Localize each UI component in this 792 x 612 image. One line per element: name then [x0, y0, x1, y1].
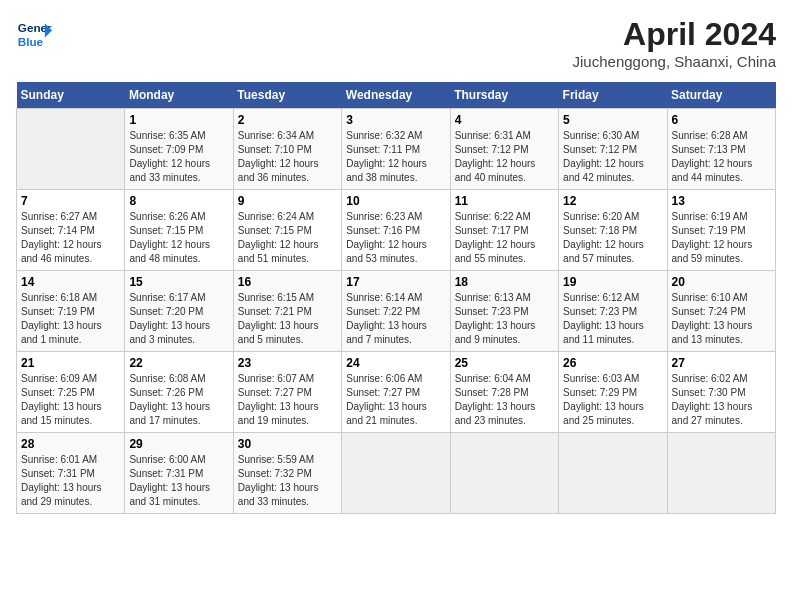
day-number: 28	[21, 437, 120, 451]
day-info: Sunrise: 6:00 AMSunset: 7:31 PMDaylight:…	[129, 453, 228, 509]
logo: General Blue	[16, 16, 52, 52]
column-header-tuesday: Tuesday	[233, 82, 341, 109]
calendar-cell	[342, 433, 450, 514]
day-info: Sunrise: 6:35 AMSunset: 7:09 PMDaylight:…	[129, 129, 228, 185]
day-info: Sunrise: 6:26 AMSunset: 7:15 PMDaylight:…	[129, 210, 228, 266]
day-number: 27	[672, 356, 771, 370]
calendar-cell: 17Sunrise: 6:14 AMSunset: 7:22 PMDayligh…	[342, 271, 450, 352]
calendar-cell: 14Sunrise: 6:18 AMSunset: 7:19 PMDayligh…	[17, 271, 125, 352]
day-info: Sunrise: 6:22 AMSunset: 7:17 PMDaylight:…	[455, 210, 554, 266]
day-number: 8	[129, 194, 228, 208]
svg-text:Blue: Blue	[18, 35, 44, 48]
day-info: Sunrise: 6:10 AMSunset: 7:24 PMDaylight:…	[672, 291, 771, 347]
calendar-cell: 5Sunrise: 6:30 AMSunset: 7:12 PMDaylight…	[559, 109, 667, 190]
calendar-cell: 15Sunrise: 6:17 AMSunset: 7:20 PMDayligh…	[125, 271, 233, 352]
day-info: Sunrise: 6:19 AMSunset: 7:19 PMDaylight:…	[672, 210, 771, 266]
day-number: 9	[238, 194, 337, 208]
calendar-cell: 22Sunrise: 6:08 AMSunset: 7:26 PMDayligh…	[125, 352, 233, 433]
day-info: Sunrise: 6:24 AMSunset: 7:15 PMDaylight:…	[238, 210, 337, 266]
calendar-cell: 21Sunrise: 6:09 AMSunset: 7:25 PMDayligh…	[17, 352, 125, 433]
main-title: April 2024	[573, 16, 776, 53]
calendar-cell: 9Sunrise: 6:24 AMSunset: 7:15 PMDaylight…	[233, 190, 341, 271]
calendar-cell: 10Sunrise: 6:23 AMSunset: 7:16 PMDayligh…	[342, 190, 450, 271]
column-header-thursday: Thursday	[450, 82, 558, 109]
day-number: 19	[563, 275, 662, 289]
day-number: 20	[672, 275, 771, 289]
calendar-cell: 27Sunrise: 6:02 AMSunset: 7:30 PMDayligh…	[667, 352, 775, 433]
day-number: 21	[21, 356, 120, 370]
day-number: 11	[455, 194, 554, 208]
day-number: 1	[129, 113, 228, 127]
day-number: 23	[238, 356, 337, 370]
calendar-cell: 2Sunrise: 6:34 AMSunset: 7:10 PMDaylight…	[233, 109, 341, 190]
day-number: 13	[672, 194, 771, 208]
calendar-cell: 25Sunrise: 6:04 AMSunset: 7:28 PMDayligh…	[450, 352, 558, 433]
calendar-cell: 28Sunrise: 6:01 AMSunset: 7:31 PMDayligh…	[17, 433, 125, 514]
title-block: April 2024 Jiuchenggong, Shaanxi, China	[573, 16, 776, 70]
calendar-cell	[559, 433, 667, 514]
day-info: Sunrise: 6:09 AMSunset: 7:25 PMDaylight:…	[21, 372, 120, 428]
day-info: Sunrise: 6:08 AMSunset: 7:26 PMDaylight:…	[129, 372, 228, 428]
day-number: 6	[672, 113, 771, 127]
calendar-cell: 26Sunrise: 6:03 AMSunset: 7:29 PMDayligh…	[559, 352, 667, 433]
calendar-cell: 4Sunrise: 6:31 AMSunset: 7:12 PMDaylight…	[450, 109, 558, 190]
day-info: Sunrise: 5:59 AMSunset: 7:32 PMDaylight:…	[238, 453, 337, 509]
day-info: Sunrise: 6:20 AMSunset: 7:18 PMDaylight:…	[563, 210, 662, 266]
calendar-cell	[667, 433, 775, 514]
day-info: Sunrise: 6:14 AMSunset: 7:22 PMDaylight:…	[346, 291, 445, 347]
day-number: 4	[455, 113, 554, 127]
day-info: Sunrise: 6:04 AMSunset: 7:28 PMDaylight:…	[455, 372, 554, 428]
week-row-4: 21Sunrise: 6:09 AMSunset: 7:25 PMDayligh…	[17, 352, 776, 433]
calendar-cell: 8Sunrise: 6:26 AMSunset: 7:15 PMDaylight…	[125, 190, 233, 271]
column-header-wednesday: Wednesday	[342, 82, 450, 109]
day-info: Sunrise: 6:13 AMSunset: 7:23 PMDaylight:…	[455, 291, 554, 347]
week-row-2: 7Sunrise: 6:27 AMSunset: 7:14 PMDaylight…	[17, 190, 776, 271]
day-info: Sunrise: 6:18 AMSunset: 7:19 PMDaylight:…	[21, 291, 120, 347]
column-header-saturday: Saturday	[667, 82, 775, 109]
calendar-cell: 19Sunrise: 6:12 AMSunset: 7:23 PMDayligh…	[559, 271, 667, 352]
calendar-cell: 11Sunrise: 6:22 AMSunset: 7:17 PMDayligh…	[450, 190, 558, 271]
day-info: Sunrise: 6:03 AMSunset: 7:29 PMDaylight:…	[563, 372, 662, 428]
calendar-cell: 3Sunrise: 6:32 AMSunset: 7:11 PMDaylight…	[342, 109, 450, 190]
calendar-cell: 29Sunrise: 6:00 AMSunset: 7:31 PMDayligh…	[125, 433, 233, 514]
calendar-header-row: SundayMondayTuesdayWednesdayThursdayFrid…	[17, 82, 776, 109]
calendar-cell: 16Sunrise: 6:15 AMSunset: 7:21 PMDayligh…	[233, 271, 341, 352]
day-info: Sunrise: 6:07 AMSunset: 7:27 PMDaylight:…	[238, 372, 337, 428]
day-number: 29	[129, 437, 228, 451]
week-row-1: 1Sunrise: 6:35 AMSunset: 7:09 PMDaylight…	[17, 109, 776, 190]
day-info: Sunrise: 6:17 AMSunset: 7:20 PMDaylight:…	[129, 291, 228, 347]
day-number: 26	[563, 356, 662, 370]
day-number: 16	[238, 275, 337, 289]
day-info: Sunrise: 6:31 AMSunset: 7:12 PMDaylight:…	[455, 129, 554, 185]
day-info: Sunrise: 6:02 AMSunset: 7:30 PMDaylight:…	[672, 372, 771, 428]
day-number: 10	[346, 194, 445, 208]
calendar-cell: 30Sunrise: 5:59 AMSunset: 7:32 PMDayligh…	[233, 433, 341, 514]
day-number: 12	[563, 194, 662, 208]
day-number: 25	[455, 356, 554, 370]
calendar-cell: 12Sunrise: 6:20 AMSunset: 7:18 PMDayligh…	[559, 190, 667, 271]
column-header-friday: Friday	[559, 82, 667, 109]
day-number: 17	[346, 275, 445, 289]
day-number: 14	[21, 275, 120, 289]
week-row-5: 28Sunrise: 6:01 AMSunset: 7:31 PMDayligh…	[17, 433, 776, 514]
day-number: 22	[129, 356, 228, 370]
day-info: Sunrise: 6:28 AMSunset: 7:13 PMDaylight:…	[672, 129, 771, 185]
day-number: 30	[238, 437, 337, 451]
subtitle: Jiuchenggong, Shaanxi, China	[573, 53, 776, 70]
page-header: General Blue April 2024 Jiuchenggong, Sh…	[16, 16, 776, 70]
day-number: 24	[346, 356, 445, 370]
day-info: Sunrise: 6:15 AMSunset: 7:21 PMDaylight:…	[238, 291, 337, 347]
day-info: Sunrise: 6:34 AMSunset: 7:10 PMDaylight:…	[238, 129, 337, 185]
calendar-cell	[450, 433, 558, 514]
day-info: Sunrise: 6:12 AMSunset: 7:23 PMDaylight:…	[563, 291, 662, 347]
logo-icon: General Blue	[16, 16, 52, 52]
calendar-cell: 20Sunrise: 6:10 AMSunset: 7:24 PMDayligh…	[667, 271, 775, 352]
day-info: Sunrise: 6:30 AMSunset: 7:12 PMDaylight:…	[563, 129, 662, 185]
day-number: 2	[238, 113, 337, 127]
calendar-cell: 13Sunrise: 6:19 AMSunset: 7:19 PMDayligh…	[667, 190, 775, 271]
day-number: 3	[346, 113, 445, 127]
day-info: Sunrise: 6:23 AMSunset: 7:16 PMDaylight:…	[346, 210, 445, 266]
calendar-cell: 18Sunrise: 6:13 AMSunset: 7:23 PMDayligh…	[450, 271, 558, 352]
day-number: 5	[563, 113, 662, 127]
calendar-cell: 1Sunrise: 6:35 AMSunset: 7:09 PMDaylight…	[125, 109, 233, 190]
